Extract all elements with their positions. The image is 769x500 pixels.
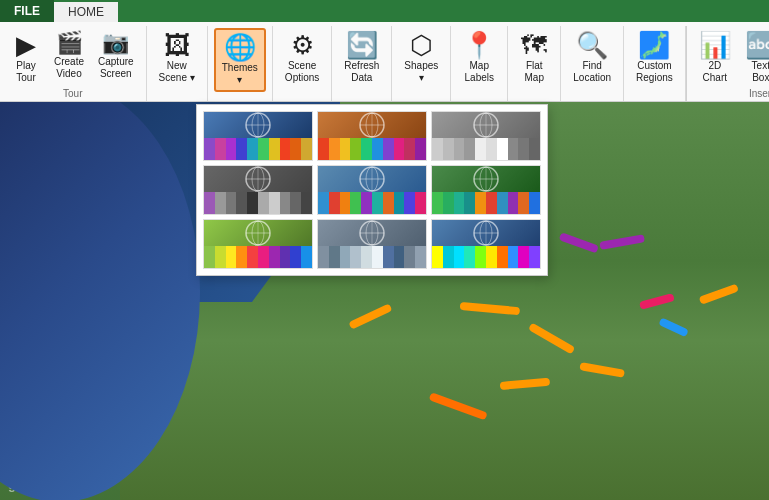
- theme-item-8[interactable]: [431, 219, 541, 269]
- textbox-icon: 🔤: [745, 32, 769, 58]
- tour-buttons: ▶ Play Tour 🎬 Create Video 📷 Capture Scr…: [6, 28, 140, 88]
- shapes-icon: ⬡: [410, 32, 433, 58]
- ribbon-group-find: 🔍 Find Location: [561, 26, 624, 101]
- ribbon-group-themes: 🌐 Themes ▾: [208, 26, 273, 101]
- flat-map-button[interactable]: 🗺 Flat Map: [514, 28, 554, 88]
- regions-icon: 🗾: [638, 32, 670, 58]
- tour-label: Tour: [63, 88, 82, 101]
- themes-buttons: 🌐 Themes ▾: [214, 28, 266, 99]
- 2d-chart-button[interactable]: 📊 2D Chart: [693, 28, 737, 88]
- theme-item-4[interactable]: [317, 165, 427, 215]
- home-tab[interactable]: HOME: [54, 0, 118, 22]
- refresh-data-button[interactable]: 🔄 Refresh Data: [338, 28, 385, 88]
- capture-screen-button[interactable]: 📷 Capture Screen: [92, 28, 140, 84]
- theme-item-2[interactable]: [431, 111, 541, 161]
- text-box-button[interactable]: 🔤 Text Box: [739, 28, 769, 88]
- ribbon-group-custom: 🗾 Custom Regions: [624, 26, 686, 101]
- new-scene-icon: 🖼: [164, 32, 190, 58]
- scene-buttons: 🖼 New Scene ▾: [153, 28, 201, 99]
- ribbon-group-flatmap: 🗺 Flat Map: [508, 26, 561, 101]
- camera-icon: 📷: [102, 32, 129, 54]
- themes-dropdown: [196, 104, 548, 276]
- themes-button[interactable]: 🌐 Themes ▾: [214, 28, 266, 92]
- file-tab[interactable]: FILE: [0, 0, 54, 22]
- insert-buttons: 📊 2D Chart 🔤 Text Box 📋 Legend: [693, 28, 769, 88]
- theme-item-5[interactable]: [431, 165, 541, 215]
- custom-regions-button[interactable]: 🗾 Custom Regions: [630, 28, 679, 88]
- search-icon: 🔍: [576, 32, 608, 58]
- play-tour-button[interactable]: ▶ Play Tour: [6, 28, 46, 88]
- shapes-button[interactable]: ⬡ Shapes ▾: [398, 28, 444, 88]
- globe-icon: 🌐: [224, 34, 256, 60]
- title-bar: FILE HOME: [0, 0, 769, 22]
- ribbon-group-shapes: ⬡ Shapes ▾: [392, 26, 451, 101]
- gear-icon: ⚙: [291, 32, 314, 58]
- map-labels-button[interactable]: 📍 Map Labels: [457, 28, 501, 88]
- shapes-buttons: ⬡ Shapes ▾: [398, 28, 444, 99]
- chart-icon: 📊: [699, 32, 731, 58]
- new-scene-button[interactable]: 🖼 New Scene ▾: [153, 28, 201, 88]
- ribbon-group-scene: 🖼 New Scene ▾: [147, 26, 208, 101]
- flatmap-buttons: 🗺 Flat Map: [514, 28, 554, 99]
- find-buttons: 🔍 Find Location: [567, 28, 617, 99]
- scene-options-button[interactable]: ⚙ Scene Options: [279, 28, 325, 88]
- ribbon-group-insert: 📊 2D Chart 🔤 Text Box 📋 Legend Insert: [686, 26, 769, 101]
- theme-item-3[interactable]: [203, 165, 313, 215]
- video-icon: 🎬: [56, 32, 83, 54]
- find-location-button[interactable]: 🔍 Find Location: [567, 28, 617, 88]
- theme-item-0[interactable]: [203, 111, 313, 161]
- maplabels-buttons: 📍 Map Labels: [457, 28, 501, 99]
- refresh-icon: 🔄: [346, 32, 378, 58]
- map-icon: 🗺: [521, 32, 547, 58]
- scene-options-buttons: ⚙ Scene Options: [279, 28, 325, 99]
- ribbon-group-tour: ▶ Play Tour 🎬 Create Video 📷 Capture Scr…: [0, 26, 147, 101]
- pin-icon: 📍: [463, 32, 495, 58]
- play-icon: ▶: [16, 32, 36, 58]
- ribbon-group-refresh: 🔄 Refresh Data: [332, 26, 392, 101]
- theme-item-1[interactable]: [317, 111, 427, 161]
- ribbon-group-scene-options: ⚙ Scene Options: [273, 26, 332, 101]
- custom-buttons: 🗾 Custom Regions: [630, 28, 679, 99]
- insert-label: Insert: [749, 88, 769, 101]
- ribbon: ▶ Play Tour 🎬 Create Video 📷 Capture Scr…: [0, 22, 769, 102]
- refresh-buttons: 🔄 Refresh Data: [338, 28, 385, 99]
- create-video-button[interactable]: 🎬 Create Video: [48, 28, 90, 84]
- ribbon-group-maplabels: 📍 Map Labels: [451, 26, 508, 101]
- theme-item-6[interactable]: [203, 219, 313, 269]
- theme-item-7[interactable]: [317, 219, 427, 269]
